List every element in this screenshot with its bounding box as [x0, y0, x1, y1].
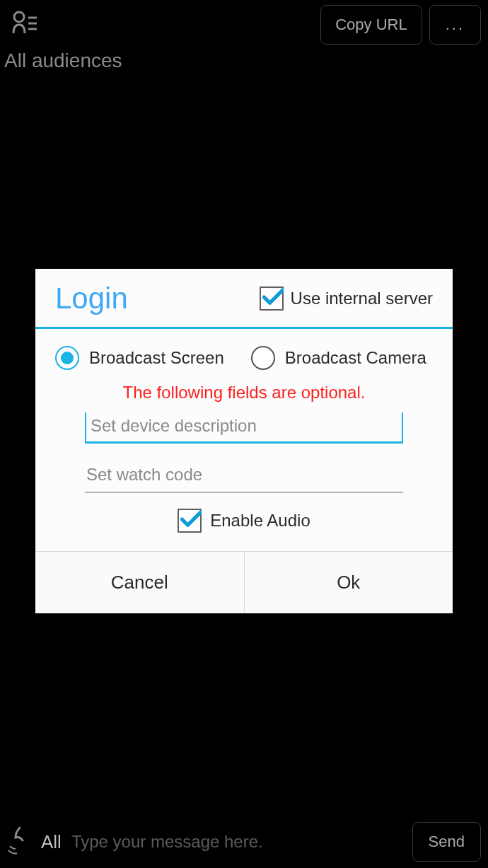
message-input[interactable]: [71, 832, 402, 852]
check-icon: [180, 509, 202, 529]
use-internal-server-label: Use internal server: [291, 289, 433, 308]
broadcast-mode-row: Broadcast Screen Broadcast Camera: [35, 329, 453, 376]
optional-fields-note: The following fields are optional.: [35, 376, 453, 410]
top-bar-right: Copy URL ...: [320, 5, 481, 45]
dialog-button-row: Cancel Ok: [35, 551, 453, 613]
bottom-bar: All Send: [0, 818, 488, 868]
send-button[interactable]: Send: [412, 822, 481, 862]
audience-header: All audiences: [4, 50, 122, 72]
voice-icon[interactable]: [6, 825, 31, 859]
cancel-button[interactable]: Cancel: [35, 552, 244, 613]
enable-audio-label: Enable Audio: [210, 511, 310, 531]
enable-audio-row[interactable]: Enable Audio: [35, 493, 453, 551]
broadcast-screen-radio[interactable]: [55, 346, 79, 370]
use-internal-server-checkbox[interactable]: [260, 287, 284, 311]
use-internal-server-checkbox-row[interactable]: Use internal server: [260, 287, 433, 311]
copy-url-button[interactable]: Copy URL: [320, 5, 422, 45]
top-bar-left: [7, 9, 38, 40]
watch-code-input[interactable]: [85, 461, 403, 493]
broadcast-camera-label: Broadcast Camera: [285, 348, 426, 368]
dialog-title: Login: [55, 282, 128, 316]
check-icon: [262, 287, 284, 307]
top-bar: Copy URL ...: [0, 0, 488, 50]
broadcast-camera-radio[interactable]: [251, 346, 275, 370]
broadcast-screen-label: Broadcast Screen: [89, 348, 224, 368]
ok-button[interactable]: Ok: [244, 552, 453, 613]
watch-code-field-block: [35, 458, 453, 493]
device-description-input[interactable]: [85, 412, 403, 444]
svg-point-0: [14, 12, 24, 22]
more-button[interactable]: ...: [429, 5, 481, 45]
login-dialog: Login Use internal server Broadcast Scre…: [35, 269, 453, 613]
audiences-icon[interactable]: [11, 9, 38, 40]
audience-scope-label[interactable]: All: [41, 831, 62, 853]
dialog-header: Login Use internal server: [35, 269, 453, 323]
device-description-field-block: [35, 410, 453, 444]
enable-audio-checkbox[interactable]: [178, 509, 202, 533]
